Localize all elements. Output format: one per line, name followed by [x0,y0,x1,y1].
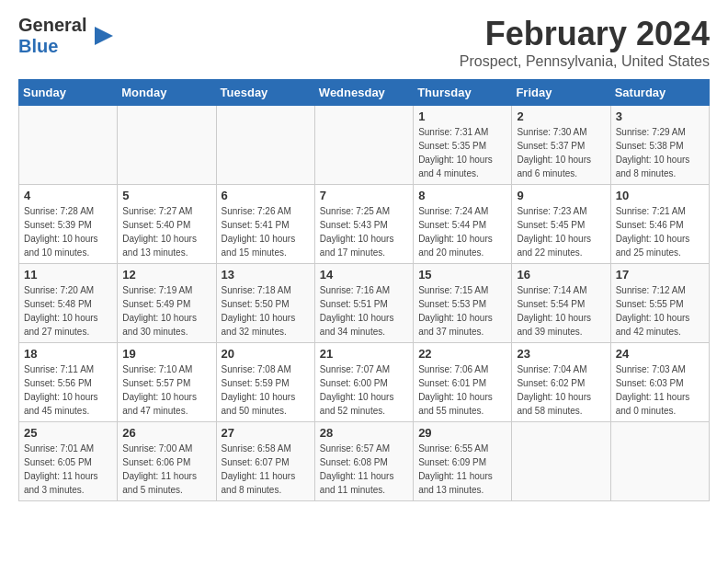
title-area: February 2024 Prospect, Pennsylvania, Un… [460,15,710,70]
svg-marker-0 [95,27,113,45]
day-number: 11 [24,268,112,282]
calendar-cell: 6Sunrise: 7:26 AM Sunset: 5:41 PM Daylig… [216,185,314,264]
day-number: 17 [616,268,704,282]
day-info: Sunrise: 7:12 AM Sunset: 5:55 PM Dayligh… [616,283,704,339]
day-number: 12 [122,268,210,282]
calendar-cell: 10Sunrise: 7:21 AM Sunset: 5:46 PM Dayli… [610,185,709,264]
day-number: 19 [122,347,210,361]
day-number: 22 [418,347,506,361]
day-number: 6 [222,189,310,202]
calendar-cell: 24Sunrise: 7:03 AM Sunset: 6:03 PM Dayli… [610,343,709,422]
calendar-cell: 9Sunrise: 7:23 AM Sunset: 5:45 PM Daylig… [512,185,610,264]
calendar-cell: 1Sunrise: 7:31 AM Sunset: 5:35 PM Daylig… [414,106,512,185]
weekday-header-wednesday: Wednesday [314,80,413,106]
weekday-header-saturday: Saturday [610,80,709,106]
page-title: February 2024 [460,15,710,53]
calendar-cell: 22Sunrise: 7:06 AM Sunset: 6:01 PM Dayli… [414,343,512,422]
day-info: Sunrise: 7:14 AM Sunset: 5:54 PM Dayligh… [517,283,605,339]
calendar-cell: 21Sunrise: 7:07 AM Sunset: 6:00 PM Dayli… [314,343,413,422]
day-info: Sunrise: 7:11 AM Sunset: 5:56 PM Dayligh… [24,362,112,418]
calendar-cell: 2Sunrise: 7:30 AM Sunset: 5:37 PM Daylig… [512,106,610,185]
day-number: 3 [616,109,704,123]
calendar-cell: 17Sunrise: 7:12 AM Sunset: 5:55 PM Dayli… [610,264,709,343]
logo-general: General [18,15,86,35]
day-info: Sunrise: 7:10 AM Sunset: 5:57 PM Dayligh… [122,362,210,418]
calendar-week-3: 11Sunrise: 7:20 AM Sunset: 5:48 PM Dayli… [19,264,710,343]
weekday-header-tuesday: Tuesday [216,80,314,106]
day-number: 20 [222,347,310,361]
day-info: Sunrise: 7:21 AM Sunset: 5:46 PM Dayligh… [616,204,704,259]
weekday-header-sunday: Sunday [19,80,118,106]
day-number: 10 [616,189,704,202]
calendar-cell [216,106,314,185]
calendar-cell: 4Sunrise: 7:28 AM Sunset: 5:39 PM Daylig… [19,185,118,264]
day-info: Sunrise: 7:27 AM Sunset: 5:40 PM Dayligh… [122,204,210,259]
day-number: 26 [122,426,210,440]
calendar-body: 1Sunrise: 7:31 AM Sunset: 5:35 PM Daylig… [19,106,710,501]
day-number: 2 [517,109,605,123]
calendar-cell: 5Sunrise: 7:27 AM Sunset: 5:40 PM Daylig… [118,185,216,264]
day-number: 1 [418,109,506,123]
weekday-header-monday: Monday [118,80,216,106]
calendar-cell: 13Sunrise: 7:18 AM Sunset: 5:50 PM Dayli… [216,264,314,343]
calendar-cell: 16Sunrise: 7:14 AM Sunset: 5:54 PM Dayli… [512,264,610,343]
header: General Blue February 2024 Prospect, Pen… [18,15,710,70]
calendar-cell: 12Sunrise: 7:19 AM Sunset: 5:49 PM Dayli… [118,264,216,343]
day-number: 29 [418,426,506,440]
day-number: 14 [320,268,408,282]
day-number: 23 [517,347,605,361]
day-number: 25 [24,426,112,440]
calendar-cell: 14Sunrise: 7:16 AM Sunset: 5:51 PM Dayli… [314,264,413,343]
logo-blue: Blue [18,36,58,56]
day-info: Sunrise: 7:08 AM Sunset: 5:59 PM Dayligh… [222,362,310,418]
day-info: Sunrise: 7:16 AM Sunset: 5:51 PM Dayligh… [320,283,408,339]
day-number: 5 [122,189,210,202]
day-info: Sunrise: 7:03 AM Sunset: 6:03 PM Dayligh… [616,362,704,418]
logo: General Blue [18,15,118,57]
day-number: 15 [418,268,506,282]
calendar-cell: 20Sunrise: 7:08 AM Sunset: 5:59 PM Dayli… [216,343,314,422]
calendar-week-4: 18Sunrise: 7:11 AM Sunset: 5:56 PM Dayli… [19,343,710,422]
calendar-cell: 29Sunrise: 6:55 AM Sunset: 6:09 PM Dayli… [414,422,512,501]
calendar-cell [512,422,610,501]
calendar-cell [118,106,216,185]
calendar-table: SundayMondayTuesdayWednesdayThursdayFrid… [18,79,710,501]
day-info: Sunrise: 6:57 AM Sunset: 6:08 PM Dayligh… [320,442,408,497]
logo-icon [90,22,118,50]
day-info: Sunrise: 7:24 AM Sunset: 5:44 PM Dayligh… [418,204,506,259]
calendar-cell: 11Sunrise: 7:20 AM Sunset: 5:48 PM Dayli… [19,264,118,343]
day-number: 8 [418,189,506,202]
day-number: 4 [24,189,112,202]
day-info: Sunrise: 7:06 AM Sunset: 6:01 PM Dayligh… [418,362,506,418]
day-info: Sunrise: 7:29 AM Sunset: 5:38 PM Dayligh… [616,125,704,180]
day-info: Sunrise: 7:01 AM Sunset: 6:05 PM Dayligh… [24,442,112,497]
day-info: Sunrise: 7:23 AM Sunset: 5:45 PM Dayligh… [517,204,605,259]
day-number: 9 [517,189,605,202]
day-number: 28 [320,426,408,440]
calendar-cell: 25Sunrise: 7:01 AM Sunset: 6:05 PM Dayli… [19,422,118,501]
calendar-cell [610,422,709,501]
day-info: Sunrise: 7:18 AM Sunset: 5:50 PM Dayligh… [222,283,310,339]
day-info: Sunrise: 7:19 AM Sunset: 5:49 PM Dayligh… [122,283,210,339]
calendar-cell: 26Sunrise: 7:00 AM Sunset: 6:06 PM Dayli… [118,422,216,501]
day-info: Sunrise: 7:07 AM Sunset: 6:00 PM Dayligh… [320,362,408,418]
day-number: 27 [222,426,310,440]
day-number: 7 [320,189,408,202]
day-info: Sunrise: 7:30 AM Sunset: 5:37 PM Dayligh… [517,125,605,180]
calendar-cell: 23Sunrise: 7:04 AM Sunset: 6:02 PM Dayli… [512,343,610,422]
day-info: Sunrise: 7:15 AM Sunset: 5:53 PM Dayligh… [418,283,506,339]
calendar-week-2: 4Sunrise: 7:28 AM Sunset: 5:39 PM Daylig… [19,185,710,264]
calendar-cell: 19Sunrise: 7:10 AM Sunset: 5:57 PM Dayli… [118,343,216,422]
day-info: Sunrise: 7:26 AM Sunset: 5:41 PM Dayligh… [222,204,310,259]
calendar-cell: 15Sunrise: 7:15 AM Sunset: 5:53 PM Dayli… [414,264,512,343]
calendar-cell: 27Sunrise: 6:58 AM Sunset: 6:07 PM Dayli… [216,422,314,501]
day-number: 24 [616,347,704,361]
day-info: Sunrise: 6:55 AM Sunset: 6:09 PM Dayligh… [418,442,506,497]
calendar-cell: 8Sunrise: 7:24 AM Sunset: 5:44 PM Daylig… [414,185,512,264]
calendar-cell [19,106,118,185]
day-info: Sunrise: 7:31 AM Sunset: 5:35 PM Dayligh… [418,125,506,180]
calendar-week-1: 1Sunrise: 7:31 AM Sunset: 5:35 PM Daylig… [19,106,710,185]
calendar-week-5: 25Sunrise: 7:01 AM Sunset: 6:05 PM Dayli… [19,422,710,501]
calendar-cell: 18Sunrise: 7:11 AM Sunset: 5:56 PM Dayli… [19,343,118,422]
day-info: Sunrise: 7:28 AM Sunset: 5:39 PM Dayligh… [24,204,112,259]
